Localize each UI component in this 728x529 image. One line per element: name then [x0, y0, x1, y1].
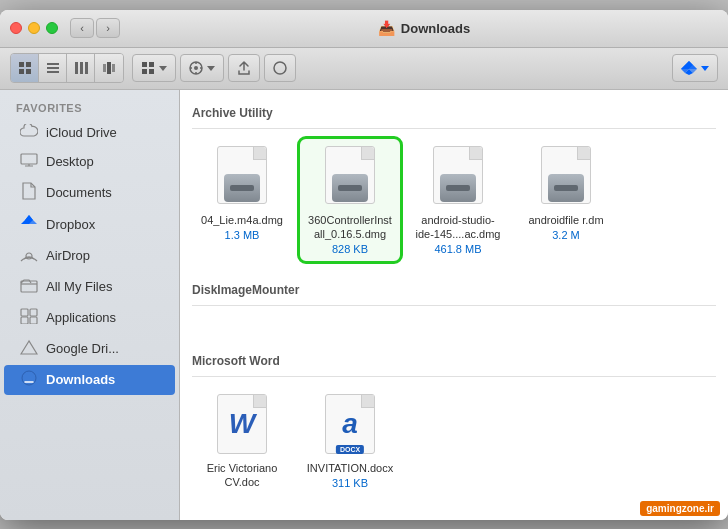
svg-rect-3 [26, 69, 31, 74]
view-icon-btn[interactable] [11, 54, 39, 82]
action-button[interactable] [180, 54, 224, 82]
diskimage-header: DiskImageMounter [192, 277, 716, 306]
sidebar-item-icloud-drive[interactable]: iCloud Drive [4, 119, 175, 147]
diskimage-grid [192, 316, 716, 336]
watermark: gamingzone.ir [640, 501, 720, 516]
back-button[interactable]: ‹ [70, 18, 94, 38]
sidebar-label: Google Dri... [46, 341, 119, 356]
file-size: 3.2 M [552, 229, 580, 241]
traffic-lights [10, 22, 58, 34]
file-item-lie-m4a[interactable]: 04_Lie.m4a.dmg 1.3 MB [192, 139, 292, 262]
forward-button[interactable]: › [96, 18, 120, 38]
svg-rect-14 [149, 62, 154, 67]
svg-rect-41 [21, 317, 28, 324]
file-name: INVITATION.docx [307, 461, 393, 475]
title-icon: 📥 [378, 20, 395, 36]
svg-rect-32 [21, 154, 37, 164]
svg-rect-16 [149, 69, 154, 74]
tag-button[interactable] [264, 54, 296, 82]
file-icon [318, 145, 382, 209]
sidebar-label: Downloads [46, 372, 115, 387]
svg-rect-8 [80, 62, 83, 74]
svg-rect-13 [142, 62, 147, 67]
svg-rect-0 [19, 62, 24, 67]
all-files-icon [20, 277, 38, 297]
svg-marker-24 [207, 66, 215, 71]
svg-rect-40 [30, 309, 37, 316]
svg-rect-10 [103, 64, 106, 72]
sidebar-label: Dropbox [46, 217, 95, 232]
main-content: Favorites iCloud Drive Desktop Documents [0, 90, 728, 520]
svg-rect-9 [85, 62, 88, 74]
file-item-invitation[interactable]: a DOCX INVITATION.docx 311 KB [300, 387, 400, 498]
sidebar-item-all-my-files[interactable]: All My Files [4, 272, 175, 302]
file-icon [210, 145, 274, 209]
close-button[interactable] [10, 22, 22, 34]
svg-rect-2 [19, 69, 24, 74]
view-buttons [10, 53, 124, 83]
file-size: 1.3 MB [225, 229, 260, 241]
file-item-android-studio[interactable]: android-studio-ide-145....ac.dmg 461.8 M… [408, 139, 508, 262]
dropbox-icon [20, 215, 38, 235]
sidebar-label: Applications [46, 310, 116, 325]
title-bar: ‹ › 📥 Downloads [0, 10, 728, 48]
share-button[interactable] [228, 54, 260, 82]
file-icon: W [210, 393, 274, 457]
sidebar-item-dropbox[interactable]: Dropbox [4, 210, 175, 240]
favorites-title: Favorites [0, 98, 179, 118]
file-name: 360ControllerInstall_0.16.5.dmg [306, 213, 394, 242]
downloads-icon [20, 370, 38, 390]
view-list-btn[interactable] [39, 54, 67, 82]
dropbox-button[interactable] [672, 54, 718, 82]
archive-utility-header: Archive Utility [192, 100, 716, 129]
window-title: Downloads [401, 21, 470, 36]
view-columns-btn[interactable] [67, 54, 95, 82]
sidebar-label: All My Files [46, 279, 112, 294]
svg-rect-38 [21, 281, 37, 292]
sidebar-item-downloads[interactable]: Downloads [4, 365, 175, 395]
toolbar [0, 48, 728, 90]
microsoft-word-header: Microsoft Word [192, 348, 716, 377]
svg-rect-5 [47, 67, 59, 69]
sidebar-item-google-drive[interactable]: Google Dri... [4, 334, 175, 364]
archive-utility-grid: 04_Lie.m4a.dmg 1.3 MB 360ControllerInsta… [192, 139, 716, 262]
svg-marker-17 [159, 66, 167, 71]
file-name: androidfile r.dm [528, 213, 603, 227]
svg-rect-42 [30, 317, 37, 324]
svg-rect-6 [47, 71, 59, 73]
microsoft-word-grid: W Eric Victoriano CV.doc a DOCX [192, 387, 716, 498]
svg-marker-31 [701, 66, 709, 71]
sidebar-item-desktop[interactable]: Desktop [4, 148, 175, 176]
file-name: Eric Victoriano CV.doc [198, 461, 286, 490]
desktop-icon [20, 153, 38, 171]
svg-rect-12 [112, 64, 115, 72]
minimize-button[interactable] [28, 22, 40, 34]
sidebar-item-applications[interactable]: Applications [4, 303, 175, 333]
sidebar-label: Desktop [46, 154, 94, 169]
view-coverflow-btn[interactable] [95, 54, 123, 82]
icloud-icon [20, 124, 38, 142]
title-center: 📥 Downloads [130, 20, 718, 36]
sidebar-label: AirDrop [46, 248, 90, 263]
svg-point-19 [194, 66, 198, 70]
svg-point-25 [274, 62, 286, 74]
finder-window: ‹ › 📥 Downloads [0, 10, 728, 520]
view-options-dropdown[interactable] [132, 54, 176, 82]
sidebar: Favorites iCloud Drive Desktop Documents [0, 90, 180, 520]
file-icon [426, 145, 490, 209]
documents-icon [20, 182, 38, 204]
sidebar-item-airdrop[interactable]: AirDrop [4, 241, 175, 271]
file-name: 04_Lie.m4a.dmg [201, 213, 283, 227]
svg-rect-1 [26, 62, 31, 67]
sidebar-item-documents[interactable]: Documents [4, 177, 175, 209]
svg-rect-39 [21, 309, 28, 316]
svg-rect-15 [142, 69, 147, 74]
svg-rect-4 [47, 63, 59, 65]
file-item-eric-cv[interactable]: W Eric Victoriano CV.doc [192, 387, 292, 498]
google-drive-icon [20, 339, 38, 359]
file-size: 311 KB [332, 477, 368, 489]
file-item-androidfile[interactable]: androidfile r.dm 3.2 M [516, 139, 616, 262]
maximize-button[interactable] [46, 22, 58, 34]
file-item-360controller[interactable]: 360ControllerInstall_0.16.5.dmg 828 KB [300, 139, 400, 262]
airdrop-icon [20, 246, 38, 266]
